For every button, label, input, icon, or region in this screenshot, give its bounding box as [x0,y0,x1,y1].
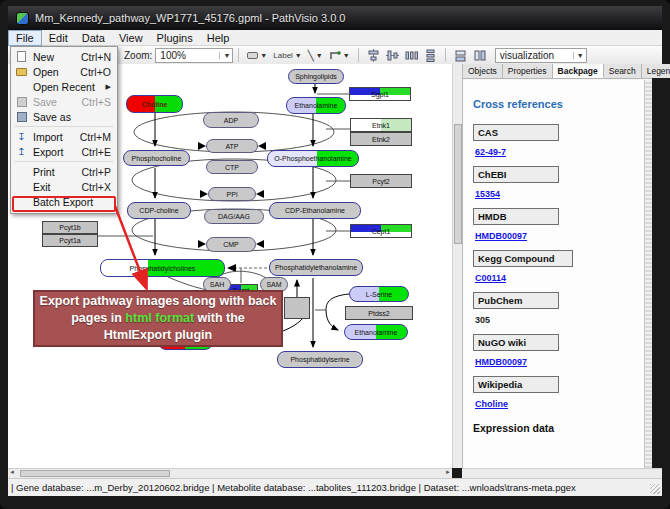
node-dag[interactable]: DAG/AAG [204,209,264,224]
xref-value-pubchem: 305 [475,315,490,325]
menu-item-save-as[interactable]: Save as [11,109,117,124]
common-width-icon [454,49,467,62]
node-ppi[interactable]: PPi [208,187,256,201]
node-cdp-ethanolamine[interactable]: CDP-Ethanolamine [269,202,361,219]
menu-separator [15,161,113,162]
xref-link-cas[interactable]: 62-49-7 [475,147,506,157]
node-atp[interactable]: ATP [206,139,258,153]
xref-header: HMDB [473,208,559,225]
line-tool-button[interactable]: ╲▼ [305,48,326,63]
tab-legend[interactable]: Legend [642,64,670,78]
node-cdp-choline[interactable]: CDP-choline [127,202,191,219]
xref-section-nugo: NuGO wiki HMDB00097 [473,334,644,376]
node-adp[interactable]: ADP [203,112,259,128]
menu-item-save[interactable]: SaveCtrl+S [11,94,117,109]
xref-header: CAS [473,124,559,141]
align-center-x-button[interactable] [364,48,383,63]
node-ethanolamine[interactable]: Ethanolamine [286,97,346,114]
node-phosphatidylserine[interactable]: Phosphatidylserine [277,351,363,368]
node-phosphatidylcholines[interactable]: Phosphatidylcholines [100,259,225,277]
tab-backpage[interactable]: Backpage [553,64,604,78]
gene-box-pcyt1b[interactable]: Pcyt1b [42,221,98,234]
gene-box-sgpl1[interactable]: Sgpl1 [349,87,411,101]
import-icon: ↧ [17,132,25,142]
chevron-down-icon: ▼ [295,52,302,59]
connector-tool-button[interactable]: ▼ [326,48,353,63]
canvas-vertical-scrollbar[interactable] [452,64,462,468]
gene-box-pcyt2[interactable]: Pcyt2 [350,174,412,188]
node-phosphocholine[interactable]: Phosphocholine [123,150,190,166]
gene-box-partial[interactable] [284,297,310,319]
node-o-phosphoethanolamine[interactable]: O-Phosphoethanolamine [267,150,359,167]
canvas-horizontal-scrollbar[interactable] [8,468,452,478]
menu-data[interactable]: Data [75,31,112,45]
node-sphingolipids[interactable]: Sphingolipids [288,69,344,84]
menu-file[interactable]: File [8,30,42,46]
callout-line2: pages in html format with the [71,310,245,327]
scrollbar-thumb[interactable] [454,124,462,244]
chevron-down-icon: ▼ [219,52,230,59]
menu-item-exit[interactable]: ExitCtrl+X [11,179,117,194]
node-phosphatidylethanolamine[interactable]: Phosphatidylethanolamine [269,259,363,276]
tab-objects[interactable]: Objects [463,64,503,78]
label-tool-text: Label [273,51,293,60]
menu-item-new[interactable]: NewCtrl+N [11,49,117,64]
xref-section-chebi: ChEBI 15354 [473,166,644,208]
gene-box-pcyt1a[interactable]: Pcyt1a [42,234,98,247]
label-tool-button[interactable]: Label▼ [270,48,305,63]
zoom-combobox[interactable]: 100% ▼ [155,48,233,63]
panel-horizontal-scrollbar[interactable] [462,468,662,478]
menubar: File Edit Data View Plugins Help [8,30,662,46]
node-ethanolamine-2[interactable]: Ethanolamine [344,324,408,340]
gene-box-etnk2[interactable]: Etnk2 [350,132,412,146]
menu-item-import[interactable]: ↧ImportCtrl+M [11,129,117,144]
resize-grip[interactable] [650,484,660,494]
menu-item-open-recent[interactable]: Open Recent▶ [11,79,117,94]
window-title: Mm_Kennedy_pathway_WP1771_45176.gpml - P… [35,12,345,24]
menu-edit[interactable]: Edit [42,31,75,45]
gene-box-cept1[interactable]: Cept1 [350,224,412,238]
toolbar-separator [358,48,359,62]
xref-link-hmdb[interactable]: HMDB00097 [475,231,527,241]
open-folder-icon [16,68,27,76]
visualization-combobox[interactable]: visualization ▼ [495,48,587,63]
xref-section-cas: CAS 62-49-7 [473,124,644,166]
distribute-vertical-icon [424,49,437,62]
menu-view[interactable]: View [112,31,150,45]
menu-item-print[interactable]: PrintCtrl+P [11,164,117,179]
common-width-button[interactable] [451,48,470,63]
xref-link-nugo[interactable]: HMDB00097 [475,357,527,367]
zoom-label: Zoom: [124,50,152,61]
datanode-tool-button[interactable]: ▼ [244,48,270,63]
chevron-down-icon: ▼ [343,52,350,59]
menu-item-export[interactable]: ↥ExportCtrl+E [11,144,117,159]
xref-section-pubchem: PubChem 305 [473,292,644,334]
xref-link-kegg[interactable]: C00114 [475,273,506,283]
tab-properties[interactable]: Properties [503,64,553,78]
node-choline[interactable]: Choline [126,95,183,113]
gene-box-ptdss2[interactable]: Ptdss2 [345,306,413,320]
menu-item-open[interactable]: OpenCtrl+O [11,64,117,79]
titlebar[interactable]: Mm_Kennedy_pathway_WP1771_45176.gpml - P… [8,6,662,30]
zoom-value: 100% [160,50,186,61]
distribute-vertical-button[interactable] [421,48,440,63]
common-height-button[interactable] [470,48,489,63]
gene-box-etnk1[interactable]: Etnk1 [350,118,412,132]
node-ctp[interactable]: CTP [206,160,258,174]
elbow-connector-icon [329,49,341,61]
align-center-y-button[interactable] [383,48,402,63]
node-cmp[interactable]: CMP [206,237,256,252]
side-panel: Objects Properties Backpage Search Legen… [462,64,652,468]
xref-link-chebi[interactable]: 15354 [475,189,500,199]
scrollbar-thumb[interactable] [20,470,170,477]
tab-search[interactable]: Search [604,64,642,78]
panel-vertical-scrollbar[interactable] [644,80,652,468]
menu-help[interactable]: Help [200,31,237,45]
xref-header: NuGO wiki [473,334,559,351]
xref-section-kegg: Kegg Compound C00114 [473,250,644,292]
xref-link-wikipedia[interactable]: Choline [475,399,508,409]
menu-plugins[interactable]: Plugins [150,31,200,45]
node-l-serine[interactable]: L-Serine [349,286,409,302]
distribute-horizontal-button[interactable] [402,48,421,63]
callout-line1: Export pathway images along with back [40,293,277,310]
